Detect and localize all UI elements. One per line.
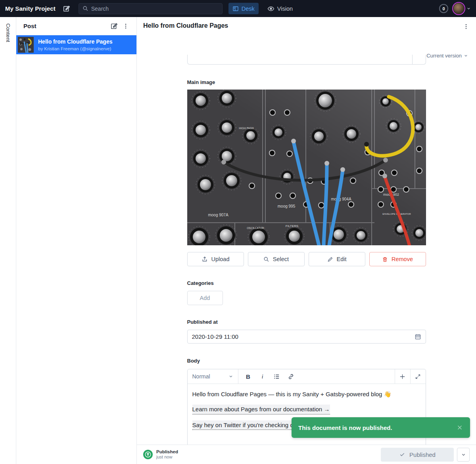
publish-toast: This document is now published. bbox=[292, 417, 470, 438]
add-category-button[interactable]: Add bbox=[187, 291, 223, 305]
kebab-menu-icon bbox=[463, 23, 469, 30]
calendar-icon bbox=[415, 333, 421, 340]
pencil-icon bbox=[327, 256, 333, 262]
list-item-post[interactable]: Hello from Cloudflare Pages by Kristian … bbox=[16, 35, 136, 54]
italic-button[interactable]: i bbox=[256, 370, 269, 382]
published-at-input[interactable] bbox=[192, 333, 415, 340]
kebab-menu-icon bbox=[123, 23, 129, 29]
compose-button[interactable] bbox=[61, 3, 72, 14]
editor-toolbar: Normal B i bbox=[188, 369, 426, 384]
chevron-down-icon bbox=[461, 452, 466, 457]
svg-text:moog 907A: moog 907A bbox=[208, 213, 228, 217]
bold-button[interactable]: B bbox=[242, 370, 255, 382]
search-icon bbox=[83, 6, 88, 11]
publish-status-title: Published bbox=[156, 449, 178, 455]
avatar bbox=[452, 2, 465, 15]
chevron-down-icon bbox=[228, 374, 233, 379]
categories-label: Categories bbox=[187, 280, 426, 286]
image-actions: Upload Select bbox=[187, 252, 426, 266]
main-image-label: Main image bbox=[187, 79, 426, 85]
vision-tab-label: Vision bbox=[277, 6, 293, 12]
select-label: Select bbox=[273, 256, 289, 262]
publish-status-time: just now bbox=[156, 454, 178, 460]
edit-button[interactable]: Edit bbox=[309, 252, 365, 266]
version-label: Current version bbox=[426, 53, 462, 59]
version-selector[interactable]: Current version bbox=[426, 53, 468, 59]
fullscreen-button[interactable] bbox=[410, 369, 426, 384]
chevron-down-icon bbox=[466, 6, 471, 11]
slug-field-divider bbox=[412, 55, 413, 64]
chevron-down-icon bbox=[464, 53, 468, 58]
bullet-list-button[interactable] bbox=[270, 370, 284, 382]
published-at-field bbox=[187, 330, 426, 344]
tab-desk[interactable]: Desk bbox=[228, 3, 259, 14]
eye-icon bbox=[267, 5, 274, 12]
plus-icon bbox=[399, 373, 406, 380]
upload-label: Upload bbox=[211, 256, 230, 262]
search-icon bbox=[263, 256, 269, 262]
link-icon bbox=[288, 373, 294, 380]
slug-field-partial[interactable] bbox=[187, 55, 426, 65]
pane-title: Post bbox=[23, 23, 108, 29]
expand-icon bbox=[415, 374, 421, 380]
block-style-value: Normal bbox=[192, 373, 210, 380]
svg-text:OSCILLATOR: OSCILLATOR bbox=[247, 227, 264, 229]
global-search bbox=[79, 3, 223, 14]
document-menu-button[interactable] bbox=[460, 21, 472, 32]
publish-status: Published just now bbox=[143, 449, 178, 460]
body-label: Body bbox=[187, 358, 426, 364]
edit-label: Edit bbox=[337, 256, 347, 262]
published-status-icon bbox=[143, 450, 153, 459]
list-item-subtitle: by Kristian Freeman (@signalnerve) bbox=[38, 46, 112, 51]
tool-sidebar: Content bbox=[0, 17, 16, 464]
bullet-list-icon bbox=[273, 373, 280, 380]
publish-menu-button[interactable] bbox=[457, 448, 470, 462]
upload-icon bbox=[202, 256, 208, 262]
publish-button[interactable]: Published bbox=[381, 448, 454, 462]
user-menu-button[interactable] bbox=[452, 2, 471, 15]
check-icon bbox=[399, 451, 405, 458]
presence-count-badge[interactable]: 0 bbox=[439, 4, 448, 13]
pane-menu-button[interactable] bbox=[120, 20, 132, 32]
top-navbar: My Sanity Project Desk bbox=[0, 0, 476, 17]
select-button[interactable]: Select bbox=[248, 252, 305, 266]
trash-icon bbox=[382, 256, 388, 262]
publish-button-label: Published bbox=[409, 451, 436, 458]
body-link[interactable]: Learn more about Pages from our document… bbox=[192, 405, 330, 414]
published-at-label: Published at bbox=[187, 319, 426, 325]
main-image-preview: HIGH PASS moog 907A moog 995 moog 904A m… bbox=[187, 90, 426, 245]
remove-button[interactable]: Remove bbox=[369, 252, 426, 266]
document-list-pane: Post bbox=[16, 17, 137, 464]
tab-vision[interactable]: Vision bbox=[263, 3, 297, 14]
document-form-scroll: Main image bbox=[137, 51, 476, 445]
pane-header: Post bbox=[16, 17, 136, 35]
document-title: Hello from Cloudflare Pages bbox=[143, 22, 228, 29]
document-editor-pane: Hello from Cloudflare Pages Current vers… bbox=[137, 17, 476, 464]
desk-icon bbox=[232, 6, 239, 12]
toast-message: This document is now published. bbox=[298, 424, 456, 431]
svg-text:moog 995: moog 995 bbox=[277, 204, 295, 208]
toast-close-button[interactable] bbox=[456, 424, 463, 431]
calendar-button[interactable] bbox=[415, 333, 421, 340]
link-button[interactable] bbox=[284, 370, 298, 382]
compose-icon bbox=[110, 22, 118, 30]
svg-text:FILTERS: FILTERS bbox=[285, 224, 298, 228]
block-style-select[interactable]: Normal bbox=[188, 369, 238, 384]
search-input[interactable] bbox=[91, 6, 219, 12]
sidebar-item-content[interactable]: Content bbox=[5, 23, 11, 464]
body-paragraph: Hello from Cloudflare Pages — this is my… bbox=[192, 390, 421, 399]
project-title: My Sanity Project bbox=[5, 5, 56, 12]
app-body: Content Post bbox=[0, 17, 476, 464]
document-header: Hello from Cloudflare Pages bbox=[137, 17, 476, 34]
presence-count: 0 bbox=[442, 6, 445, 11]
insert-block-button[interactable] bbox=[395, 369, 410, 384]
svg-text:HIGH PASS: HIGH PASS bbox=[239, 127, 254, 130]
document-footer: Published just now Published bbox=[137, 445, 476, 464]
post-thumbnail bbox=[18, 37, 34, 53]
list-item-title: Hello from Cloudflare Pages bbox=[38, 38, 112, 46]
close-icon bbox=[456, 424, 463, 431]
compose-icon bbox=[63, 5, 70, 12]
desk-tab-label: Desk bbox=[242, 6, 255, 12]
new-document-button[interactable] bbox=[108, 20, 120, 32]
upload-button[interactable]: Upload bbox=[187, 252, 244, 266]
